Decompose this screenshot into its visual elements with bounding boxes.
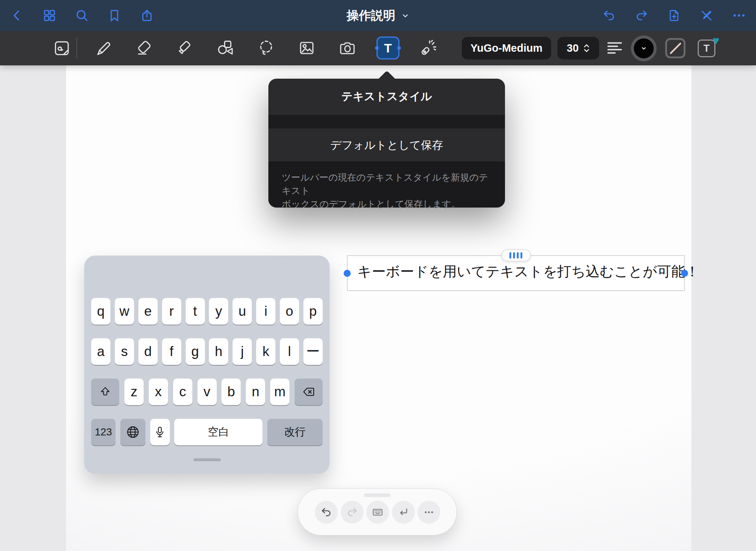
mini-toolbar-drag-handle[interactable]	[364, 493, 391, 497]
share-button[interactable]	[139, 7, 155, 24]
text-box-drag-handle[interactable]	[501, 249, 531, 261]
letter-key[interactable]: d	[138, 338, 158, 365]
camera-icon	[338, 39, 357, 57]
redo-button[interactable]	[633, 7, 650, 24]
letter-key[interactable]: b	[221, 379, 241, 405]
page-thumbnails-button[interactable]	[41, 7, 58, 24]
document-title-label: 操作説明	[347, 7, 395, 24]
selection-handle-right[interactable]	[681, 270, 688, 277]
keyboard-icon	[372, 506, 384, 518]
text-align-button[interactable]	[603, 37, 626, 59]
mini-keyboard-button[interactable]	[366, 501, 389, 524]
back-button[interactable]	[9, 7, 25, 24]
letter-key[interactable]: v	[197, 379, 217, 405]
globe-icon	[125, 424, 141, 440]
stepper-chevrons-icon	[583, 44, 590, 53]
top-navigation-bar: 操作説明	[0, 0, 756, 31]
space-key[interactable]: 空白	[174, 419, 262, 445]
undo-icon	[602, 8, 616, 23]
chevron-down-icon	[401, 11, 409, 20]
document-title[interactable]: 操作説明	[347, 7, 409, 24]
globe-key[interactable]	[120, 419, 145, 445]
stroke-style-button[interactable]	[665, 38, 685, 58]
letter-key[interactable]: x	[149, 379, 168, 405]
font-size-stepper[interactable]: 30	[557, 37, 599, 59]
keyboard-row-1: q w e r t y u i o p	[91, 298, 323, 325]
letter-key[interactable]: f	[162, 338, 181, 365]
keyboard-drag-handle[interactable]	[193, 458, 221, 461]
mic-key[interactable]	[150, 419, 170, 445]
laser-pointer-icon	[419, 39, 438, 57]
letter-key[interactable]: y	[209, 298, 228, 325]
lasso-icon	[257, 39, 275, 57]
bookmark-icon	[107, 8, 121, 23]
selection-handle-left[interactable]	[344, 270, 351, 277]
letter-key[interactable]: q	[91, 298, 110, 325]
letter-key[interactable]: h	[209, 338, 228, 365]
search-button[interactable]	[74, 7, 90, 24]
notebook-panel-button[interactable]	[50, 37, 73, 59]
font-size-value: 30	[567, 42, 578, 54]
lasso-tool[interactable]	[255, 37, 278, 59]
save-as-default-button[interactable]: デフォルトとして保存	[268, 129, 505, 161]
shift-icon	[99, 386, 111, 398]
text-box[interactable]: キーボードを用いてテキストを打ち込むことが可能！	[347, 255, 685, 291]
camera-tool[interactable]	[336, 37, 359, 59]
back-chevron-icon	[10, 8, 24, 23]
return-icon	[398, 506, 409, 518]
mini-more-button[interactable]	[417, 501, 440, 524]
text-tool-glyph: T	[384, 41, 392, 55]
shapes-tool[interactable]	[214, 37, 237, 59]
letter-key[interactable]: u	[233, 298, 252, 325]
font-name-button[interactable]: YuGo-Medium	[462, 37, 551, 59]
pen-toggle-button[interactable]	[698, 7, 715, 24]
tools-toolbar: T YuGo-Medium 30 T ♥	[0, 31, 756, 65]
tool-group: T	[92, 37, 440, 59]
letter-key[interactable]: k	[256, 338, 275, 365]
keyboard-row-2: a s d f g h j k l ー	[91, 338, 323, 365]
return-key[interactable]: 改行	[267, 419, 323, 445]
numbers-key[interactable]: 123	[91, 419, 116, 445]
letter-key[interactable]: ー	[303, 338, 323, 365]
mini-undo-button[interactable]	[315, 501, 338, 524]
bookmark-button[interactable]	[106, 7, 123, 24]
letter-key[interactable]: z	[124, 379, 144, 405]
text-tool-selected[interactable]: T	[377, 37, 399, 59]
eraser-tool[interactable]	[133, 37, 156, 59]
diagonal-stroke-icon	[668, 41, 683, 56]
letter-key[interactable]: g	[186, 338, 205, 365]
topbar-right-group	[601, 7, 747, 24]
letter-key[interactable]: s	[115, 338, 134, 365]
letter-key[interactable]: n	[246, 379, 265, 405]
shift-key[interactable]	[91, 379, 119, 405]
letter-key[interactable]: r	[162, 298, 181, 325]
image-icon	[298, 39, 316, 57]
letter-key[interactable]: i	[256, 298, 275, 325]
text-style-favorite-button[interactable]: T ♥	[698, 40, 715, 57]
letter-key[interactable]: e	[138, 298, 158, 325]
popover-description: ツールバーの現在のテキストスタイルを新規のテキスト ボックスのデフォルトとして保…	[268, 161, 505, 208]
letter-key[interactable]: m	[270, 379, 289, 405]
pen-tool[interactable]	[92, 37, 115, 59]
add-page-button[interactable]	[666, 7, 682, 24]
highlighter-tool[interactable]	[173, 37, 196, 59]
undo-button[interactable]	[601, 7, 617, 24]
letter-key[interactable]: a	[91, 338, 110, 365]
mini-return-button[interactable]	[392, 501, 415, 524]
letter-key[interactable]: j	[233, 338, 252, 365]
image-tool[interactable]	[295, 37, 318, 59]
laser-pointer-tool[interactable]	[417, 37, 440, 59]
backspace-key[interactable]	[295, 379, 323, 405]
heart-icon: ♥	[713, 35, 719, 46]
keyboard-rows: q w e r t y u i o p a s d f g h j k l	[91, 298, 323, 445]
more-button[interactable]	[731, 7, 747, 24]
letter-key[interactable]: t	[186, 298, 205, 325]
letter-key[interactable]: c	[173, 379, 192, 405]
mini-redo-button-disabled[interactable]	[341, 501, 364, 524]
favorite-text-glyph: T	[704, 43, 710, 54]
text-color-button[interactable]	[634, 38, 654, 58]
letter-key[interactable]: w	[115, 298, 134, 325]
letter-key[interactable]: p	[303, 298, 323, 325]
letter-key[interactable]: l	[280, 338, 299, 365]
letter-key[interactable]: o	[280, 298, 299, 325]
